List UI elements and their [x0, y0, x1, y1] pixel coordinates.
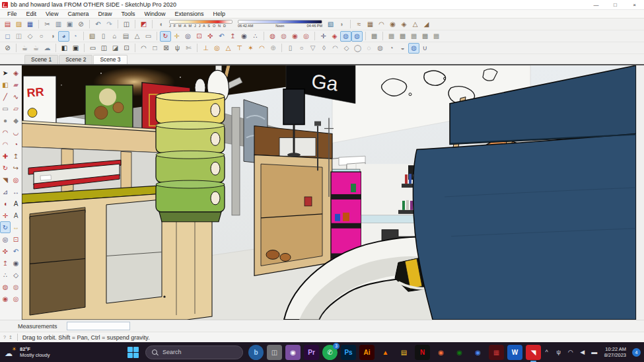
vray-batch-render-icon[interactable]: ◫: [98, 43, 110, 54]
shape-ellipse-icon[interactable]: ◯: [352, 43, 363, 54]
walk-tool-icon[interactable]: ∴: [0, 269, 11, 281]
circle-tool-icon[interactable]: ●: [0, 114, 11, 126]
notification-badge[interactable]: 4: [632, 348, 641, 357]
door-icon[interactable]: ▯: [98, 31, 109, 42]
zoom-window-icon[interactable]: ⊡: [194, 31, 205, 42]
menu-tools[interactable]: Tools: [116, 10, 139, 18]
stamp-icon[interactable]: ◉: [387, 19, 398, 30]
tab-scene-2[interactable]: Scene 2: [59, 55, 92, 64]
vray-infinite-plane-icon[interactable]: ◠: [138, 43, 149, 54]
shape-torus-icon[interactable]: ◌: [363, 43, 375, 54]
views-icon[interactable]: ◈: [329, 31, 340, 42]
weather-widget[interactable]: ☀ ☁ 82°F Mostly cloudy: [5, 346, 74, 358]
plane-light-icon[interactable]: ⊥: [200, 43, 211, 54]
vray-scatter-icon[interactable]: ✄: [183, 43, 194, 54]
shadow-date-slider[interactable]: J F M A M J J A S O N D: [169, 20, 233, 28]
stacked-windows-app-icon[interactable]: ◫: [267, 345, 282, 360]
display-section-cuts-tool-icon[interactable]: ◉: [0, 293, 11, 305]
tab-scene-3[interactable]: Scene 3: [93, 55, 127, 64]
display-section-planes-icon[interactable]: ◍: [278, 31, 289, 42]
monochrome-style-icon[interactable]: ◔: [69, 31, 81, 42]
status-help-icon[interactable]: ?: [3, 335, 6, 340]
wireframe-style-icon[interactable]: ◇: [24, 31, 36, 42]
offset-tool-icon[interactable]: ◎: [11, 174, 21, 186]
section-plane-tool-icon[interactable]: ◍: [0, 281, 11, 293]
status-model-icon[interactable]: ↥: [9, 335, 13, 340]
shape-globe-icon[interactable]: ◔: [386, 43, 397, 54]
menu-help[interactable]: Help: [208, 10, 230, 18]
arc-tool-icon[interactable]: ◠: [0, 126, 11, 138]
look-around-tool-icon[interactable]: ◉: [11, 257, 21, 269]
axes-icon[interactable]: ✛: [0, 209, 11, 221]
smoove-icon[interactable]: ◠: [376, 19, 387, 30]
shape-circle-icon[interactable]: ○: [296, 43, 307, 54]
hidden-line-style-icon[interactable]: ○: [36, 31, 47, 42]
position-camera-tool-icon[interactable]: ↥: [0, 257, 11, 269]
walk-icon[interactable]: ∴: [250, 31, 261, 42]
tab-scene-1[interactable]: Scene 1: [24, 55, 58, 64]
navigation-tool-icon[interactable]: ◇: [11, 269, 21, 281]
clock[interactable]: 10:22 AM 8/27/2023: [604, 346, 626, 358]
firefox-app-icon[interactable]: ◉: [433, 345, 448, 360]
tray-wifi-icon[interactable]: ◠: [567, 349, 575, 355]
vlc-app-icon[interactable]: ▲: [378, 345, 393, 360]
polygon-tool-icon[interactable]: ◆: [11, 114, 21, 126]
spot-light-icon[interactable]: △: [223, 43, 234, 54]
solid-split-icon[interactable]: ▩: [431, 31, 442, 42]
vray-frame-thumb-icon[interactable]: ▣: [70, 43, 81, 54]
flip-edge-icon[interactable]: ◢: [421, 19, 432, 30]
shape-bowl-icon[interactable]: ◒: [397, 43, 408, 54]
look-around-icon[interactable]: ◉: [238, 31, 250, 42]
house-outline-icon[interactable]: △: [131, 31, 143, 42]
display-section-fill-tool-icon[interactable]: ◎: [11, 293, 21, 305]
shape-sphere-icon[interactable]: ◍: [375, 43, 386, 54]
text-tool-icon[interactable]: A: [11, 198, 21, 209]
xbox-app-icon[interactable]: ◉: [452, 345, 467, 360]
make-component-icon[interactable]: ◈: [11, 67, 21, 79]
position-camera-icon[interactable]: ↥: [227, 31, 238, 42]
menu-window[interactable]: Window: [139, 10, 170, 18]
word-app-icon[interactable]: W: [507, 345, 522, 360]
solid-intersect-icon[interactable]: ▩: [386, 31, 397, 42]
solid-outer-shell-icon[interactable]: ▩: [369, 31, 380, 42]
axes-tool-icon[interactable]: ✛: [318, 31, 329, 42]
vray-cloud-render-icon[interactable]: ☁: [42, 43, 53, 54]
cut-icon[interactable]: ✂: [42, 19, 53, 30]
orbit-tool-icon[interactable]: ↻: [0, 221, 11, 233]
pie-tool-icon[interactable]: ◔: [11, 138, 21, 150]
push-pull-icon[interactable]: ↥: [11, 150, 21, 162]
model-info-icon[interactable]: ◩: [138, 19, 149, 30]
select-tool-icon[interactable]: ➤: [0, 67, 11, 79]
paste-icon[interactable]: ▣: [64, 19, 75, 30]
shaded-style-icon[interactable]: ◑: [47, 31, 58, 42]
copy-icon[interactable]: ▥: [53, 19, 64, 30]
mesh-light-icon[interactable]: ⊕: [268, 43, 279, 54]
box-lid-icon[interactable]: ▤: [120, 31, 131, 42]
display-section-cuts-icon[interactable]: ◉: [289, 31, 301, 42]
follow-me-icon[interactable]: ↪: [11, 162, 21, 174]
premiere-app-icon[interactable]: Pr: [304, 345, 319, 360]
menu-view[interactable]: View: [41, 10, 63, 18]
add-detail-icon[interactable]: △: [410, 19, 421, 30]
tape-measure-icon[interactable]: ⊿: [0, 186, 11, 198]
redo-icon[interactable]: ↷: [104, 19, 115, 30]
home-icon[interactable]: ⌂: [109, 31, 120, 42]
two-point-arc-icon[interactable]: ◡: [11, 126, 21, 138]
three-point-arc-icon[interactable]: ◠: [0, 138, 11, 150]
sketchup-app-icon[interactable]: ◥: [526, 345, 541, 360]
close-button[interactable]: ×: [625, 0, 644, 10]
drawer-icon[interactable]: ▭: [143, 31, 154, 42]
measurements-input[interactable]: [67, 322, 130, 330]
solid-trim-icon[interactable]: ▩: [419, 31, 431, 42]
rectangle-tool-icon[interactable]: ▭: [0, 102, 11, 114]
open-file-icon[interactable]: ▨: [13, 19, 24, 30]
save-icon[interactable]: ▦: [24, 19, 36, 30]
vray-proxy-box-icon[interactable]: □: [149, 43, 161, 54]
dimension-tool-icon[interactable]: ↔: [11, 186, 21, 198]
previous-tool-icon[interactable]: ↶: [11, 245, 21, 257]
new-file-icon[interactable]: ▤: [2, 19, 13, 30]
scene-view-icon-2[interactable]: ◍: [351, 31, 363, 42]
scene-view-icon[interactable]: ◍: [340, 31, 351, 42]
omni-light-icon[interactable]: ✶: [245, 43, 256, 54]
ies-light-icon[interactable]: ⊤: [234, 43, 245, 54]
